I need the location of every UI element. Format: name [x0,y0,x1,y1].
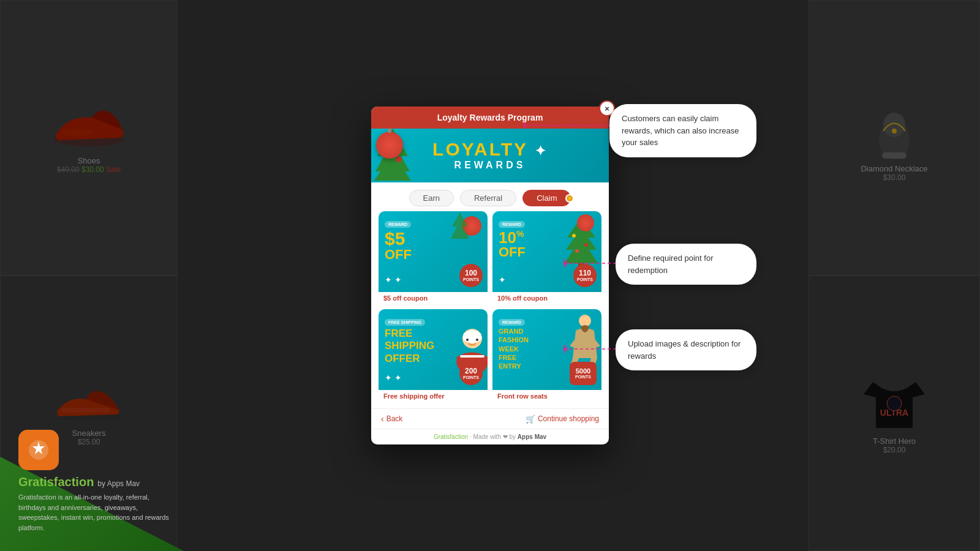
modal-wrapper: × Loyalty Rewards Program [0,0,980,551]
continue-label: Continue shopping [538,414,599,423]
continue-shopping-button[interactable]: 🛒 Continue shopping [526,414,599,424]
tab-referral[interactable]: Referral [460,190,516,206]
reward-amount-3: FREESHIPPINGOFFER [385,328,440,365]
sparkle-1: ✦ ✦ [385,275,402,285]
points-label-3: POINTS [463,375,479,380]
reward-badge-1: REWARD [385,221,411,228]
banner-rewards-text: REWARDS [432,160,548,171]
reward-card-bg-3: FREE SHIPPING FREESHIPPINGOFFER ✦ ✦ 200 … [379,309,488,390]
modal-footer-nav: ‹ Back 🛒 Continue shopping [371,408,609,429]
svg-point-27 [466,339,469,341]
reward-card-bg-4: REWARD GRANDFASHIONWEEKFREEENTRY 5000 PO… [492,309,601,390]
svg-marker-20 [565,238,598,263]
back-button[interactable]: ‹ Back [381,414,402,424]
sparkle-3: ✦ ✦ [385,373,402,383]
svg-marker-17 [451,220,469,239]
card-pine-1 [451,211,469,250]
modal: × Loyalty Rewards Program [371,107,609,444]
points-num-1: 100 [465,269,477,277]
reward-card-bg-2: REWARD 10% OFF ✦ 110 POINTS [492,211,601,292]
close-icon: × [605,104,609,113]
sparkle-2: ✦ [499,275,506,285]
points-badge-2: 110 POINTS [573,264,597,287]
modal-tabs: Earn Referral Claim [371,182,609,211]
tab-earn[interactable]: Earn [409,190,454,206]
reward-card-10off[interactable]: REWARD 10% OFF ✦ 110 POINTS 10% off coup… [492,211,601,304]
reward-label-1: $5 off coupon [379,292,488,304]
reward-amount-4: GRANDFASHIONWEEKFREEENTRY [499,327,548,370]
svg-point-15 [396,156,402,162]
points-badge-3: 200 POINTS [459,362,483,385]
modal-title: Loyalty Rewards Program [437,113,543,122]
points-num-3: 200 [465,367,477,375]
points-label-4: POINTS [575,375,591,380]
tab-claim[interactable]: Claim [522,190,571,206]
reward-label-3: Free shipping offer [379,390,488,402]
callout-2-text: Define required point for redemption [628,253,713,275]
points-badge-1: 100 POINTS [459,264,483,287]
reward-label-4: Front row seats [492,390,601,402]
reward-card-grand[interactable]: REWARD GRANDFASHIONWEEKFREEENTRY 5000 PO… [492,309,601,402]
modal-banner: LOYALTY ✦ REWARDS [371,129,609,182]
banner-text: LOYALTY ✦ REWARDS [432,140,548,171]
modal-brand-footer: Gratisfaction · Made with ❤ by Apps Mav [371,429,609,444]
card-ornament-2 [577,214,594,231]
reward-label-2: 10% off coupon [492,292,601,304]
reward-card-5off[interactable]: REWARD $5 OFF ✦ ✦ 100 POINTS $5 off coup… [379,211,488,304]
callout-2: Define required point for redemption [616,244,756,285]
callout-3-text: Upload images & description for rewards [628,339,741,361]
footer-apps-mav: Apps Mav [518,433,546,440]
callout-1: Customers can easily claim rewards, whic… [609,104,756,157]
reward-badge-4: REWARD [499,319,525,326]
points-num-4: 5000 [576,367,590,375]
points-label-2: POINTS [577,277,593,282]
svg-point-23 [584,243,588,247]
rewards-grid: REWARD $5 OFF ✦ ✦ 100 POINTS $5 off coup… [371,211,609,408]
svg-rect-29 [460,355,484,358]
back-chevron-icon: ‹ [381,414,384,424]
svg-point-24 [575,249,579,253]
reward-card-shipping[interactable]: FREE SHIPPING FREESHIPPINGOFFER ✦ ✦ 200 … [379,309,488,402]
banner-ornament [376,132,403,159]
tab-active-dot [565,194,574,203]
footer-separator: · Made with ❤ by [470,433,518,440]
pine-card-1 [451,211,469,248]
callout-1-text: Customers can easily claim rewards, whic… [622,114,739,147]
svg-point-22 [572,234,576,238]
banner-loyalty-text: LOYALTY ✦ [432,140,548,159]
points-label-1: POINTS [463,277,479,282]
svg-point-28 [476,339,478,341]
modal-header: Loyalty Rewards Program [371,107,609,129]
points-num-2: 110 [579,269,591,277]
points-badge-4: 5000 POINTS [570,362,597,385]
back-label: Back [386,414,403,423]
reward-card-bg-1: REWARD $5 OFF ✦ ✦ 100 POINTS [379,211,488,292]
reward-badge-3: FREE SHIPPING [385,319,425,326]
footer-brand-text: Gratisfaction [434,433,468,440]
reward-badge-2: REWARD [499,221,525,228]
callout-3: Upload images & description for rewards [616,329,756,370]
cart-icon: 🛒 [526,414,535,424]
